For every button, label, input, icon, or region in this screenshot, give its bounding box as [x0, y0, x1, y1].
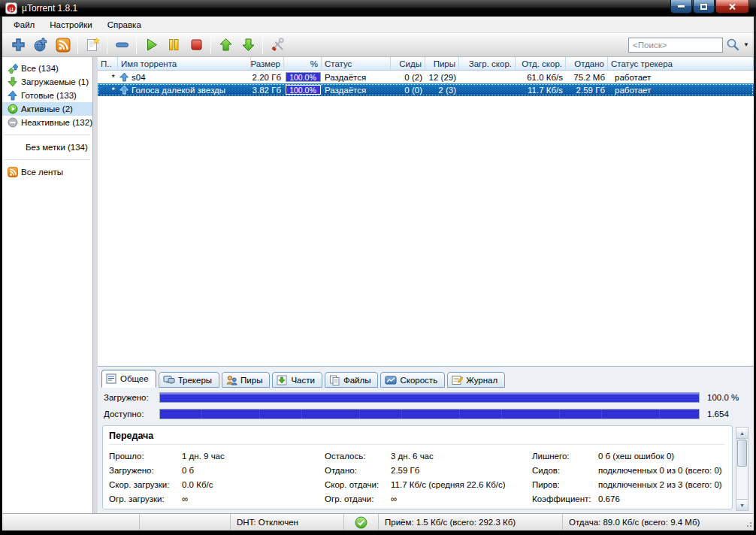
menu-file[interactable]: Файл	[6, 18, 42, 32]
tab-speed[interactable]: Скорость	[380, 372, 445, 388]
play-circle-green-icon	[8, 104, 18, 114]
column-header-seeds[interactable]: Сиды	[391, 57, 425, 70]
column-header-order[interactable]: П..	[98, 57, 118, 70]
sidebar-label: Неактивные (132)	[21, 118, 92, 127]
availability-bar	[159, 409, 700, 419]
tab-trackers[interactable]: Трекеры	[159, 372, 219, 388]
start-button[interactable]	[140, 35, 162, 55]
seeds-value: подключенных 0 из 0 (всего: 0)	[598, 466, 722, 475]
preferences-button[interactable]	[266, 35, 289, 55]
torrent-row[interactable]: * s04 2.20 Гб 100.0% Раздаётся 0 (2) 12 …	[98, 71, 754, 83]
up-limit-value: ∞	[391, 494, 397, 503]
tab-logger[interactable]: Журнал	[447, 372, 505, 388]
move-down-button[interactable]	[237, 35, 259, 55]
column-header-name[interactable]: Имя торрента	[118, 57, 251, 70]
column-header-peers[interactable]: Пиры	[425, 57, 459, 70]
peers-tab-icon	[226, 375, 237, 385]
create-torrent-button[interactable]	[81, 35, 104, 55]
tab-peers[interactable]: Пиры	[222, 372, 270, 388]
title-bar[interactable]: µ µTorrent 1.8.1	[0, 0, 756, 17]
remove-torrent-button[interactable]	[110, 35, 133, 55]
cell-name: Голоса далекой звезды	[118, 83, 251, 96]
sidebar-item-downloading[interactable]: Загружаемые (1)	[2, 75, 92, 89]
cell-peers: 2 (3)	[425, 83, 459, 96]
minimize-button[interactable]	[670, 0, 692, 14]
network-status	[344, 514, 379, 530]
up-speed-value: 11.7 Кб/с (средняя 22.6 Кб/с)	[391, 480, 506, 489]
add-torrent-button[interactable]	[7, 35, 29, 55]
create-torrent-icon	[85, 37, 101, 53]
rss-downloader-button[interactable]	[52, 35, 74, 55]
toolbar-separator	[107, 36, 107, 54]
column-header-percent[interactable]: %	[284, 57, 322, 70]
column-header-down-speed[interactable]: Загр. скор.	[459, 57, 516, 70]
cell-up-speed: 11.7 Кб/s	[516, 83, 566, 96]
status-bar: DHT: Отключен Приём: 1.5 Кб/с (всего: 29…	[2, 513, 754, 530]
search-engine-dropdown[interactable]: ▼	[743, 41, 749, 48]
search-input[interactable]	[628, 38, 723, 53]
remaining-value: 3 дн. 6 час	[391, 452, 434, 461]
add-from-url-button[interactable]	[29, 35, 52, 55]
tab-label: Скорость	[400, 376, 437, 385]
percent-bar: 100.0%	[286, 72, 321, 82]
search-button[interactable]	[723, 36, 742, 54]
utorrent-window: µ µTorrent 1.8.1 Файл Настройки Справка	[0, 0, 756, 535]
column-header-tracker-status[interactable]: Статус трекера	[608, 57, 754, 70]
upload-rate-status: Отдача: 89.0 Кб/с (всего: 9.4 Мб)	[563, 514, 754, 530]
move-up-button[interactable]	[214, 35, 237, 55]
cell-size: 2.20 Гб	[251, 71, 284, 83]
torrent-list-header: П.. Имя торрента Размер % Статус Сиды Пи…	[98, 57, 754, 71]
cell-uploaded: 2.59 Гб	[566, 83, 608, 96]
close-button[interactable]	[715, 0, 749, 14]
scroll-up-icon[interactable]: ▲	[736, 428, 748, 439]
cell-tracker-status: работает	[608, 71, 754, 83]
sidebar-item-all-feeds[interactable]: Все ленты	[2, 165, 92, 179]
transfer-column-2: Осталось:3 дн. 6 час Отдано:2.59 Гб Скор…	[325, 449, 532, 509]
tab-general[interactable]: Общее	[101, 370, 156, 388]
maximize-icon	[700, 4, 707, 10]
cell-seeds: 0 (2)	[391, 71, 425, 83]
seeds-label: Сидов:	[532, 466, 598, 475]
maximize-button[interactable]	[693, 0, 715, 14]
arrow-up-blue-icon	[8, 90, 18, 101]
sidebar-item-inactive[interactable]: Неактивные (132)	[2, 116, 92, 129]
scroll-down-icon[interactable]: ▼	[736, 499, 748, 510]
menu-help[interactable]: Справка	[100, 18, 149, 32]
menu-options[interactable]: Настройки	[42, 18, 99, 32]
cell-status: Раздаётся	[322, 83, 391, 96]
move-down-icon	[240, 37, 256, 53]
down-speed-label: Скор. загрузки:	[109, 480, 182, 489]
column-header-size[interactable]: Размер	[251, 57, 284, 70]
status-section-empty-2	[140, 514, 231, 530]
percent-bar: 100.0%	[286, 85, 321, 95]
scrollbar-track[interactable]	[736, 467, 748, 499]
sidebar-item-no-label[interactable]: Без метки (134)	[2, 141, 92, 154]
cell-uploaded: 75.2 Мб	[566, 71, 608, 83]
sidebar-item-all[interactable]: Все (134)	[2, 62, 92, 75]
cell-order: *	[98, 83, 118, 96]
column-header-status[interactable]: Статус	[322, 57, 391, 70]
rss-icon	[56, 38, 71, 53]
elapsed-label: Прошло:	[109, 452, 182, 461]
sidebar-item-active[interactable]: Активные (2)	[2, 102, 92, 116]
tab-files[interactable]: Файлы	[325, 372, 379, 388]
tab-label: Трекеры	[178, 376, 212, 385]
resize-grip[interactable]	[745, 522, 751, 528]
detail-scrollbar[interactable]: ▲ ▼	[736, 427, 748, 511]
sidebar-item-completed[interactable]: Готовые (133)	[2, 89, 92, 102]
progress-block: Загружено: 100.0 % Доступно: 1.654	[104, 391, 746, 419]
down-limit-value: ∞	[182, 494, 188, 503]
pause-button[interactable]	[162, 35, 185, 55]
utorrent-logo-icon: µ	[5, 2, 17, 14]
torrent-row-selected[interactable]: * Голоса далекой звезды 3.82 Гб 100.0% Р…	[98, 83, 754, 96]
dht-status: DHT: Отключен	[231, 514, 344, 530]
up-speed-label: Скор. отдачи:	[325, 480, 391, 489]
column-header-uploaded[interactable]: Отдано	[566, 57, 608, 70]
column-header-up-speed[interactable]: Отд. скор.	[516, 57, 566, 70]
tools-icon	[270, 37, 286, 53]
cell-down-speed	[459, 83, 516, 96]
transfer-column-1: Прошло:1 дн. 9 час Загружено:0 б Скор. з…	[109, 449, 325, 509]
scrollbar-thumb[interactable]	[737, 440, 747, 467]
stop-button[interactable]	[185, 35, 207, 55]
tab-pieces[interactable]: Части	[272, 372, 322, 388]
